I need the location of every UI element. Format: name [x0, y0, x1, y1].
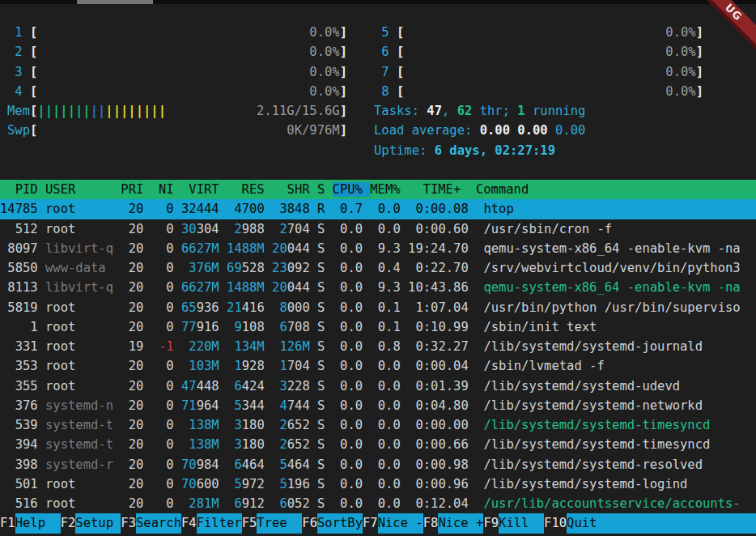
process-row[interactable]: 1 root 20 0 77916 9108 6708 S 0.0 0.1 0:… [0, 317, 756, 337]
mem-pct-cell: 0.0 [363, 457, 401, 472]
process-row[interactable]: 5819 root 20 0 65936 21416 8000 S 0.0 0.… [0, 298, 756, 317]
meter-close-bracket: ] [696, 42, 703, 62]
text [38, 241, 45, 256]
mem-pct-cell: 0.0 [363, 477, 401, 491]
mem-pct-cell: 0.0 [363, 496, 401, 511]
time-cell: 0:10.99 [401, 320, 469, 334]
text [38, 222, 45, 236]
fkey-f7-label[interactable]: Nice - [378, 513, 423, 533]
meter-close-bracket: ] [340, 121, 347, 140]
user-cell: root [45, 320, 113, 334]
fkey-f3-label[interactable]: Search [136, 513, 181, 533]
fkey-f9-label[interactable]: Kill [499, 513, 544, 533]
process-row[interactable]: 376 systemd-n 20 0 71964 5344 4744 S 0.0… [0, 396, 756, 415]
pri-cell: 20 [113, 300, 143, 315]
mem-pct-cell: 0.0 [363, 379, 401, 393]
meter-open-bracket: [ [30, 23, 37, 42]
fkey-f2[interactable]: F2 [61, 513, 76, 533]
meter-open-bracket: [ [397, 62, 404, 82]
process-row[interactable]: 355 root 20 0 47448 6424 3228 S 0.0 0.0 … [0, 376, 756, 396]
cpu-pct-cell: 0.0 [325, 339, 363, 354]
meter-bar: 0.0% [404, 62, 695, 82]
fkey-f3[interactable]: F3 [121, 513, 136, 533]
ni-cell: 0 [151, 261, 174, 275]
state-cell: S [310, 437, 325, 452]
user-cell: www-data [45, 261, 113, 275]
process-row[interactable]: 5850 www-data 20 0 376M 69528 23092 S 0.… [0, 258, 756, 278]
meter-spacer [37, 23, 309, 42]
command-cell: /usr/sbin/cron -f [469, 222, 612, 236]
meter-open-bracket: [ [30, 42, 37, 62]
meter-open-bracket: [ [397, 82, 404, 101]
process-row[interactable]: 512 root 20 0 30304 2988 2704 S 0.0 0.0 … [0, 219, 756, 239]
process-row[interactable]: 331 root 19 -1 220M 134M 126M S 0.0 0.8 … [0, 337, 756, 356]
fkey-f1-label[interactable]: Help [15, 513, 61, 533]
process-row[interactable]: 8113 libvirt-q 20 0 6627M 1488M 20044 S … [0, 278, 756, 297]
process-row[interactable]: 14785 root 20 0 32444 4700 3848 R 0.7 0.… [0, 199, 756, 219]
mem-pct-cell: 0.1 [363, 320, 401, 334]
command-cell: /lib/systemd/systemd-resolved [469, 457, 703, 472]
fkey-f4[interactable]: F4 [181, 513, 197, 533]
process-row[interactable]: 539 systemd-t 20 0 138M 3180 2652 S 0.0 … [0, 415, 756, 435]
ni-cell: 0 [151, 359, 174, 373]
process-row[interactable]: 394 systemd-t 20 0 138M 3180 2652 S 0.0 … [0, 435, 756, 454]
meter-bar: 0.0% [404, 42, 695, 62]
fkey-f1[interactable]: F1 [0, 513, 15, 533]
text [219, 457, 227, 472]
fkey-f8-label[interactable]: Nice + [438, 513, 483, 533]
uptime-line-segment: 6 days, 02:27:19 [435, 143, 555, 158]
fkey-f7[interactable]: F7 [363, 513, 378, 533]
pri-cell: 20 [113, 320, 143, 334]
text [38, 359, 45, 373]
fkey-f8[interactable]: F8 [423, 513, 439, 533]
ni-cell: 0 [151, 280, 174, 295]
pri-cell: 20 [113, 359, 143, 373]
mem-value-high: 32 [181, 202, 197, 216]
meter-close-bracket: ] [340, 42, 347, 62]
fkey-f6[interactable]: F6 [302, 513, 317, 533]
text [174, 339, 181, 354]
tasks-line-segment: Tasks: [374, 104, 427, 118]
process-row[interactable]: 353 root 20 0 103M 1928 1704 S 0.0 0.0 0… [0, 356, 756, 376]
cpu-meter-3: 3 [0.0%] [7, 62, 347, 82]
mem-value-high: 77 [181, 320, 197, 334]
scrollbar-thumb[interactable] [77, 0, 153, 4]
cpu-pct-cell: 0.7 [325, 202, 363, 216]
time-cell: 0:32.27 [401, 339, 469, 354]
mem-value-high: 2 [272, 418, 287, 432]
fkey-f2-label[interactable]: Setup [75, 513, 121, 533]
meter-spacer [404, 82, 665, 101]
state-cell: R [310, 202, 325, 216]
process-row[interactable]: 516 root 20 0 281M 6912 6052 S 0.0 0.0 0… [0, 494, 756, 513]
mem-value: 281M [181, 496, 219, 511]
mem-value-high: 1 [227, 359, 242, 373]
ni-cell: 0 [151, 222, 174, 236]
mem-value-low: 444 [197, 202, 219, 216]
text [38, 280, 45, 295]
meter-bar: 0.0% [37, 23, 339, 42]
sort-column-header-cpu[interactable]: CPU% [333, 182, 371, 197]
fkey-f5[interactable]: F5 [242, 513, 257, 533]
process-table-header[interactable]: PID USER PRI NI VIRT RES SHR S CPU% MEM%… [0, 180, 756, 199]
pid-cell: 8113 [0, 280, 38, 295]
mem-value-low: 916 [197, 320, 219, 334]
text [174, 320, 181, 334]
text [38, 418, 45, 432]
fkey-f4-label[interactable]: Filter [197, 513, 242, 533]
fkey-f6-label[interactable]: SortBy [317, 513, 363, 533]
ni-cell: -1 [151, 339, 174, 354]
text [143, 496, 151, 511]
command-cell: /sbin/init text [469, 320, 597, 334]
mem-value-high: 5 [227, 477, 242, 491]
fkey-f5-label[interactable]: Tree [257, 513, 302, 533]
fkey-f10-label[interactable]: Quit [567, 513, 597, 533]
pid-cell: 512 [0, 222, 38, 236]
state-cell: S [310, 339, 325, 354]
process-row[interactable]: 501 root 20 0 70600 5972 5196 S 0.0 0.0 … [0, 474, 756, 494]
text [38, 379, 45, 393]
process-row[interactable]: 398 systemd-r 20 0 70984 6464 5464 S 0.0… [0, 455, 756, 474]
time-cell: 0:01.39 [401, 379, 469, 393]
fkey-f9[interactable]: F9 [483, 513, 499, 533]
fkey-f10[interactable]: F10 [544, 513, 567, 533]
process-row[interactable]: 8097 libvirt-q 20 0 6627M 1488M 20044 S … [0, 239, 756, 258]
